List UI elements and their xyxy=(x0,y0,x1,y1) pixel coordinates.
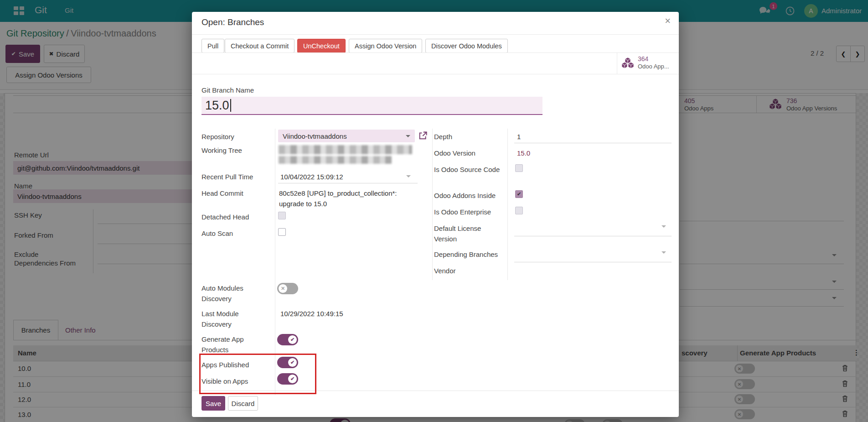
cubes-icon xyxy=(621,57,634,69)
odoo-addons-inside-label: Odoo Addons Inside xyxy=(434,190,505,201)
odoo-app-stat-count: 364 xyxy=(638,55,648,63)
discover-odoo-modules-label: Discover Odoo Modules xyxy=(431,42,502,50)
is-odoo-source-code-label: Is Odoo Source Code xyxy=(434,164,505,175)
depending-branches-input[interactable] xyxy=(514,262,672,262)
open-repository-external-icon[interactable] xyxy=(418,131,427,140)
recent-pull-time-input[interactable]: 10/04/2022 15:09:12 xyxy=(280,172,343,182)
depending-branches-caret-icon xyxy=(661,251,666,254)
recent-pull-time-label: Recent Pull Time xyxy=(202,172,270,182)
close-icon[interactable]: × xyxy=(665,16,671,26)
modal-save-label: Save xyxy=(206,400,221,407)
right-group-separator xyxy=(507,129,508,280)
pull-button-label: Pull xyxy=(207,42,218,50)
depth-label: Depth xyxy=(434,131,505,142)
head-commit-value-line1: 80c52e8 [UPG] to_product_collection*: xyxy=(279,188,397,198)
default-license-version-input[interactable] xyxy=(514,236,672,236)
repository-label: Repository xyxy=(202,131,270,142)
head-commit-value-line2: upgrade to 15.0 xyxy=(279,198,327,209)
depending-branches-label: Depending Branches xyxy=(434,249,505,260)
last-module-discovery-value: 10/29/2022 10:49:15 xyxy=(280,308,343,319)
auto-scan-label: Auto Scan xyxy=(202,228,270,239)
git-branch-name-value: 15.0 xyxy=(205,99,229,113)
discover-odoo-modules-button[interactable]: Discover Odoo Modules xyxy=(425,39,508,53)
default-license-version-label: Default License Version xyxy=(434,223,505,244)
detached-head-label: Detached Head xyxy=(202,212,270,222)
odoo-addons-inside-checkbox[interactable]: ✔ xyxy=(515,190,523,198)
git-branch-name-label: Git Branch Name xyxy=(202,85,254,95)
depth-input[interactable]: 1 xyxy=(517,131,521,142)
odoo-app-stat-button[interactable]: 364 Odoo App... xyxy=(617,52,679,74)
modal-save-button[interactable]: Save xyxy=(202,396,225,411)
repository-select[interactable]: Viindoo-tvtmaaddons xyxy=(278,130,415,142)
auto-modules-discovery-label: Auto Modules Discovery xyxy=(202,283,270,304)
assign-odoo-version-label: Assign Odoo Version xyxy=(355,42,416,50)
generate-app-products-toggle[interactable]: ✔ xyxy=(277,334,298,345)
pull-button[interactable]: Pull xyxy=(202,39,224,53)
annotation-highlight-box xyxy=(199,354,316,394)
uncheckout-label: UnCheckout xyxy=(303,42,340,50)
recent-pull-caret-icon xyxy=(406,175,411,177)
repository-value: Viindoo-tvtmaaddons xyxy=(283,131,347,141)
repository-caret-icon xyxy=(406,135,410,137)
is-odoo-enterprise-label: Is Odoo Enterprise xyxy=(434,207,505,217)
head-commit-label: Head Commit xyxy=(202,188,270,198)
text-cursor xyxy=(230,99,231,112)
uncheckout-button[interactable]: UnCheckout xyxy=(297,39,346,53)
header-border xyxy=(192,34,679,35)
stat-strip-border xyxy=(192,74,679,74)
odoo-app-stat-label: Odoo App... xyxy=(638,63,669,70)
modal-discard-label: Discard xyxy=(232,400,255,407)
working-tree-label: Working Tree xyxy=(202,145,270,156)
working-tree-redacted-value xyxy=(279,156,392,164)
assign-odoo-version-button[interactable]: Assign Odoo Version xyxy=(349,39,422,53)
auto-scan-checkbox[interactable] xyxy=(278,228,286,236)
vendor-label: Vendor xyxy=(434,266,505,276)
git-branch-name-input[interactable]: 15.0 xyxy=(202,97,542,115)
auto-modules-discovery-toggle[interactable]: ✕ xyxy=(277,283,298,294)
checkout-a-commit-label: Checkout a Commit xyxy=(231,42,289,50)
working-tree-redacted-value xyxy=(279,145,412,154)
dialog-title: Open: Branches xyxy=(202,17,264,27)
detached-head-checkbox[interactable] xyxy=(278,212,286,219)
group-divider xyxy=(432,129,433,280)
is-odoo-enterprise-checkbox[interactable] xyxy=(515,207,523,214)
is-odoo-source-code-checkbox[interactable] xyxy=(515,164,523,172)
odoo-version-value: 15.0 xyxy=(517,148,530,158)
last-module-discovery-label: Last Module Discovery xyxy=(202,308,270,329)
generate-app-products-label: Generate App Products xyxy=(202,334,270,355)
odoo-version-label: Odoo Version xyxy=(434,148,505,158)
modal-discard-button[interactable]: Discard xyxy=(228,396,258,411)
license-caret-icon xyxy=(661,225,666,228)
checkout-a-commit-button[interactable]: Checkout a Commit xyxy=(225,39,294,53)
statusbar-border xyxy=(192,52,679,53)
recent-pull-underline xyxy=(278,183,418,183)
open-branches-dialog: Open: Branches × Pull Checkout a Commit … xyxy=(192,12,679,417)
depth-underline xyxy=(514,143,672,143)
